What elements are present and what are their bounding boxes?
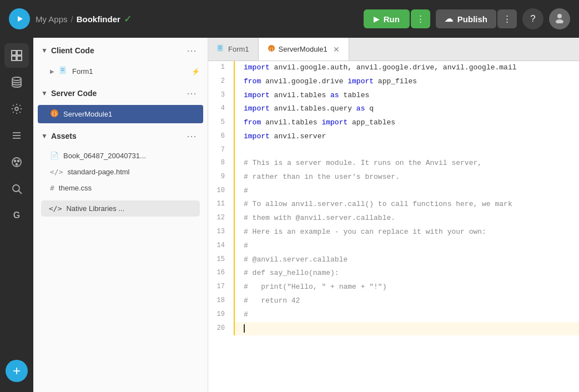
css-file-icon: # (50, 184, 54, 192)
form1-expand-icon: ▶ (50, 68, 54, 74)
code-line: 1 import anvil.google.auth, anvil.google… (208, 61, 579, 75)
native-libraries-code-icon: </> (49, 204, 62, 213)
svg-rect-5 (17, 51, 22, 55)
server-code-title: ▼ Server Code (41, 89, 97, 98)
code-line: 14 # (208, 239, 579, 253)
sidebar-item-form1[interactable]: ▶ Form1 ⚡ (33, 62, 208, 81)
code-line-cursor[interactable]: 20 (208, 322, 579, 336)
tab-servermodule1-icon: {} (268, 44, 275, 54)
code-line: 3 import anvil.tables as tables (208, 89, 579, 103)
client-code-label: Client Code (51, 46, 94, 55)
svg-point-16 (16, 164, 18, 165)
tabs-bar: Form1 {} ServerModule1 ✕ (208, 38, 579, 61)
svg-point-2 (557, 14, 562, 18)
svg-rect-6 (12, 56, 16, 61)
svg-point-3 (556, 19, 563, 23)
sidebar-item-css-file[interactable]: # theme.css (33, 180, 208, 196)
servermodule1-label: ServerModule1 (63, 110, 112, 118)
icon-bar-search[interactable] (4, 177, 29, 201)
publish-options-button[interactable]: ⋮ (497, 9, 517, 28)
svg-rect-7 (17, 56, 22, 61)
code-line: 5 from anvil.tables import app_tables (208, 116, 579, 130)
cloud-icon: ☁ (445, 14, 453, 24)
sidebar: ▼ Client Code ⋯ ▶ Form1 ⚡ ▼ Server Code (33, 38, 208, 392)
app-name: Bookfinder (77, 14, 120, 24)
publish-group: ☁ Publish ⋮ (436, 9, 517, 28)
status-check-icon: ✓ (124, 13, 132, 25)
form1-lightning-icon: ⚡ (192, 68, 200, 76)
add-button[interactable]: + (6, 360, 28, 382)
add-icon: + (13, 364, 21, 378)
run-group: ▶ Run ⋮ (364, 9, 430, 28)
code-line: 17 # print("Hello, " + name + "!") (208, 280, 579, 294)
server-code-more-button[interactable]: ⋯ (183, 87, 200, 99)
tab-servermodule1-close[interactable]: ✕ (333, 45, 340, 54)
tab-form1-icon (217, 44, 225, 54)
server-code-label: Server Code (51, 89, 97, 98)
code-line: 16 # def say_hello(name): (208, 267, 579, 280)
icon-bar-list[interactable] (4, 123, 29, 148)
client-code-more-button[interactable]: ⋯ (183, 44, 200, 57)
svg-point-8 (12, 77, 21, 81)
sidebar-item-book-file[interactable]: 📄 Book_06487_20040731... (33, 148, 208, 164)
assets-chevron: ▼ (41, 132, 48, 140)
client-code-chevron: ▼ (41, 47, 48, 54)
user-icon (554, 12, 565, 26)
code-line: 12 # them with @anvil.server.callable. (208, 212, 579, 225)
icon-bar-settings[interactable] (4, 97, 29, 121)
sidebar-item-servermodule1[interactable]: {} ServerModule1 (38, 105, 203, 123)
svg-point-9 (15, 107, 18, 110)
sidebar-item-html-file[interactable]: </> standard-page.html (33, 164, 208, 180)
assets-label: Assets (51, 132, 77, 140)
breadcrumb-separator: / (71, 14, 73, 24)
code-line: 6 import anvil.server (208, 130, 579, 144)
code-line: 11 # To allow anvil.server.call() to cal… (208, 198, 579, 212)
icon-bar: G + (0, 38, 33, 392)
tab-form1-label: Form1 (228, 45, 249, 53)
run-button[interactable]: ▶ Run (364, 9, 410, 28)
publish-label: Publish (457, 14, 487, 24)
run-options-button[interactable]: ⋮ (411, 9, 430, 28)
client-code-title: ▼ Client Code (41, 46, 94, 55)
code-line: 9 # rather than in the user's browser. (208, 170, 579, 184)
icon-bar-database[interactable] (4, 70, 29, 94)
icon-bar-layout[interactable] (4, 43, 29, 68)
svg-text:{}: {} (269, 47, 273, 52)
svg-point-14 (14, 160, 16, 162)
server-code-section-header[interactable]: ▼ Server Code ⋯ (33, 81, 208, 105)
header-right: ▶ Run ⋮ ☁ Publish ⋮ ? (364, 8, 570, 29)
assets-more-button[interactable]: ⋯ (183, 130, 200, 142)
header: My Apps / Bookfinder ✓ ▶ Run ⋮ ☁ Publish… (0, 0, 579, 38)
tab-servermodule1[interactable]: {} ServerModule1 ✕ (259, 38, 349, 61)
tab-form1[interactable]: Form1 (208, 38, 259, 61)
run-label: Run (384, 14, 400, 24)
help-button[interactable]: ? (522, 8, 543, 29)
my-apps-link[interactable]: My Apps (36, 14, 68, 24)
help-icon: ? (530, 13, 535, 24)
servermodule1-file-icon: {} (50, 109, 59, 119)
native-libraries-label: Native Libraries ... (66, 204, 124, 213)
native-libraries-button[interactable]: </> Native Libraries ... (41, 200, 200, 217)
form1-file-icon (59, 66, 68, 77)
breadcrumb: My Apps / Bookfinder ✓ (36, 13, 132, 25)
code-line: 18 # return 42 (208, 294, 579, 308)
client-code-section-header[interactable]: ▼ Client Code ⋯ (33, 38, 208, 62)
icon-bar-google[interactable]: G (4, 203, 29, 228)
code-line: 19 # (208, 308, 579, 322)
anvil-logo (9, 8, 30, 29)
code-line: 15 # @anvil.server.callable (208, 253, 579, 267)
user-button[interactable] (549, 8, 570, 29)
assets-title: ▼ Assets (41, 132, 77, 140)
book-file-label: Book_06487_20040731... (63, 152, 146, 160)
header-left: My Apps / Bookfinder ✓ (9, 8, 132, 29)
publish-button[interactable]: ☁ Publish (436, 9, 496, 28)
code-area: Form1 {} ServerModule1 ✕ 1 import anvil.… (208, 38, 579, 392)
assets-section-header[interactable]: ▼ Assets ⋯ (33, 123, 208, 148)
svg-rect-4 (12, 51, 16, 55)
code-line: 2 from anvil.google.drive import app_fil… (208, 75, 579, 89)
icon-bar-palette[interactable] (4, 150, 29, 174)
html-file-label: standard-page.html (67, 168, 129, 176)
code-editor[interactable]: 1 import anvil.google.auth, anvil.google… (208, 61, 579, 392)
tab-servermodule1-label: ServerModule1 (279, 45, 328, 53)
css-file-label: theme.css (59, 184, 92, 192)
